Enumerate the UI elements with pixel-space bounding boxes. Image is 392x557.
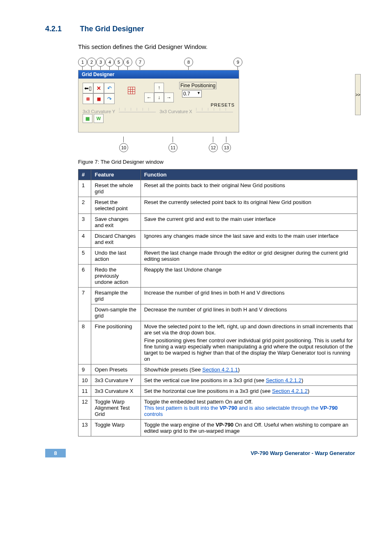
callout-5: 5 [114,58,123,67]
fine-step-value: 0.7 [183,91,190,97]
link-section-4212[interactable]: Section 4.2.1.2 [266,377,302,383]
callout-12: 12 [209,143,218,152]
fine-positioning-label: Fine Positioning [179,82,217,89]
grid-designer-diagram: 1 2 3 4 5 6 7 8 9 Grid Designer [78,58,355,153]
intro-text: This section defines the Grid Designer W… [78,43,355,50]
fine-step-dropdown[interactable]: 0.7 ▼ [182,90,202,97]
callout-13: 13 [222,143,231,152]
fine-right-button[interactable]: → [164,93,174,102]
redo-button[interactable]: ↷ [104,93,115,104]
resample-button[interactable] [128,87,135,96]
fine-left-button[interactable]: ← [144,93,154,102]
callout-1: 1 [78,58,87,67]
link-section-4211[interactable]: Section 4.2.1.1 [202,367,238,373]
table-row: 2Reset the selected pointReset the curre… [78,197,357,214]
table-row: 1Reset the whole gridReset all the point… [78,180,357,197]
fine-positioning-pad: ↑ ←↓→ [144,83,174,102]
table-row: 12Toggle Warp Alignment Test Grid Toggle… [78,397,357,420]
toggle-test-grid-button[interactable]: ▦ [83,114,92,123]
table-row: 113x3 Curvature X Set the horizontal cue… [78,386,357,397]
fine-down-button[interactable]: ↓ [154,93,164,102]
callout-9: 9 [233,58,242,67]
fine-up-button[interactable]: ↑ [154,83,164,93]
callout-10: 10 [119,143,128,152]
table-row: 8Fine positioning Move the selected poin… [78,321,357,364]
table-row: 7Resample the gridIncrease the number of… [78,288,357,304]
curvature-x-slider[interactable] [196,109,233,112]
callout-6: 6 [123,58,132,67]
footer-title: VP-790 Warp Generator - Warp Generator [251,450,355,456]
table-row: 3Save changes and exitSave the current g… [78,214,357,231]
presets-expander[interactable]: >> [355,74,361,115]
undo-button[interactable]: ↶ [104,83,115,93]
table-row: 5Undo the last actionRevert the last cha… [78,248,357,265]
callout-8: 8 [184,58,193,67]
link-section-4212b[interactable]: Section 4.2.1.2 [272,388,308,394]
page-number: 8 [45,449,66,457]
reset-grid-button[interactable]: ⬅▯ [83,83,93,93]
table-row: 6Redo the previously undone actionReappl… [78,265,357,288]
callout-3: 3 [96,58,105,67]
col-feature: Feature [91,169,141,180]
save-exit-button[interactable]: ▦ [93,93,104,104]
section-number: 4.2.1 [45,25,78,33]
section-title: The Grid Designer [80,25,144,33]
reset-point-button[interactable]: ⊞ [83,93,93,104]
toolbar: ⬅▯✕↶ ⊞▦↷ [83,83,115,104]
callout-7: 7 [136,58,145,67]
col-function: Function [141,169,357,180]
panel-title: Grid Designer [78,70,239,79]
table-row: 103x3 Curvature Y Set the vertical cue l… [78,375,357,386]
curvature-y-label: 3x3 Curvature Y [83,109,115,114]
curvature-y-slider[interactable] [119,109,156,112]
callout-4: 4 [105,58,114,67]
page-footer: 8 VP-790 Warp Generator - Warp Generator [45,449,355,457]
callout-2: 2 [87,58,96,67]
chevron-down-icon: ▼ [197,91,201,97]
curvature-x-label: 3x3 Curvature X [159,109,192,114]
col-num: # [78,169,91,180]
table-row: Down-sample the gridDecrease the number … [78,304,357,321]
toggle-warp-button[interactable]: W [94,114,104,123]
section-heading: 4.2.1 The Grid Designer [45,25,355,33]
table-row: 9Open Presets Show/hide presets (See Sec… [78,364,357,375]
grid-designer-panel: Grid Designer ⬅▯✕↶ ⊞▦↷ ↑ [78,70,239,132]
figure-caption: Figure 7: The Grid Designer window [78,159,355,165]
feature-table: # Feature Function 1Reset the whole grid… [78,169,357,436]
callout-11: 11 [168,143,178,152]
table-row: 4Discard Changes and exitIgnores any cha… [78,231,357,248]
table-row: 13Toggle Warp Toggle the warp engine of … [78,420,357,436]
discard-button[interactable]: ✕ [93,83,104,93]
